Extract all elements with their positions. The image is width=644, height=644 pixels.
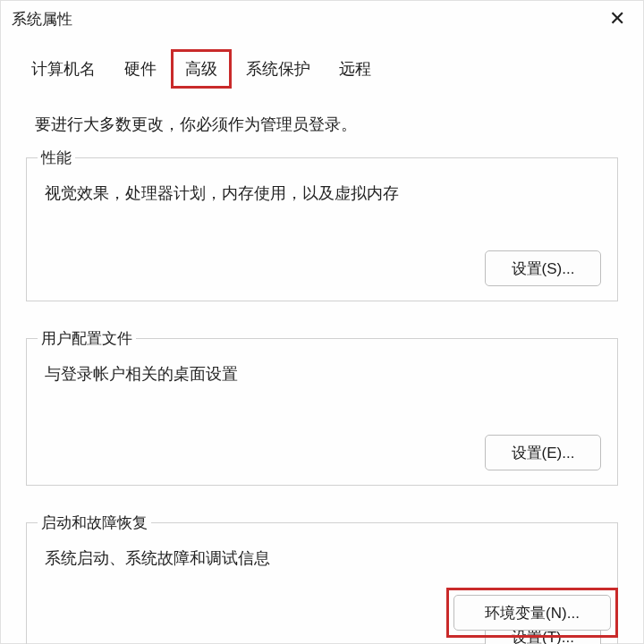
startup-desc: 系统启动、系统故障和调试信息 — [43, 533, 601, 574]
admin-note: 要进行大多数更改，你必须作为管理员登录。 — [22, 96, 622, 148]
system-properties-window: 系统属性 ✕ 计算机名 硬件 高级 系统保护 远程 要进行大多数更改，你必须作为… — [0, 0, 644, 644]
user-profile-group: 用户配置文件 与登录帐户相关的桌面设置 设置(E)... — [26, 328, 618, 486]
close-icon[interactable]: ✕ — [602, 5, 632, 32]
env-vars-highlight: 环境变量(N)... — [446, 588, 618, 638]
window-title: 系统属性 — [12, 9, 72, 30]
performance-button-row: 设置(S)... — [43, 209, 601, 286]
bottom-button-row: 环境变量(N)... — [446, 588, 618, 638]
advanced-tab-content: 要进行大多数更改，你必须作为管理员登录。 性能 视觉效果，处理器计划，内存使用，… — [1, 89, 643, 644]
tab-system-protection[interactable]: 系统保护 — [232, 49, 325, 89]
startup-legend: 启动和故障恢复 — [38, 513, 151, 533]
tab-computer-name[interactable]: 计算机名 — [17, 49, 110, 89]
titlebar: 系统属性 ✕ — [1, 1, 643, 35]
performance-settings-button[interactable]: 设置(S)... — [485, 250, 601, 286]
user-profile-button-row: 设置(E)... — [43, 390, 601, 470]
user-profile-settings-button[interactable]: 设置(E)... — [485, 435, 601, 470]
user-profile-legend: 用户配置文件 — [38, 328, 136, 349]
user-profile-desc: 与登录帐户相关的桌面设置 — [43, 349, 601, 390]
performance-group: 性能 视觉效果，处理器计划，内存使用，以及虚拟内存 设置(S)... — [26, 148, 618, 301]
tab-advanced[interactable]: 高级 — [171, 49, 232, 89]
performance-desc: 视觉效果，处理器计划，内存使用，以及虚拟内存 — [43, 168, 601, 209]
tab-strip: 计算机名 硬件 高级 系统保护 远程 — [1, 35, 643, 89]
environment-variables-button[interactable]: 环境变量(N)... — [453, 595, 611, 631]
tab-hardware[interactable]: 硬件 — [110, 49, 171, 89]
tab-remote[interactable]: 远程 — [325, 49, 386, 89]
performance-legend: 性能 — [38, 148, 75, 168]
